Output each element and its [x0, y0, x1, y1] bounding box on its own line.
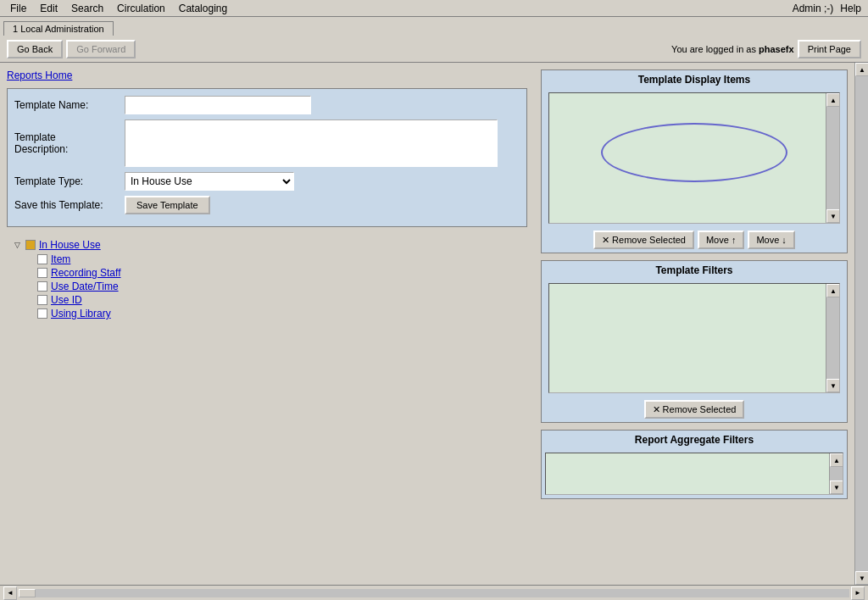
- scroll-track-aggregate: [830, 467, 843, 481]
- display-items-title: Template Display Items: [542, 70, 847, 89]
- folder-icon: [25, 240, 36, 250]
- filters-section: Template Filters ▲ ▼ ✕ Remove Selected: [541, 260, 848, 423]
- recording-staff-node-icon: [37, 268, 47, 278]
- tree-using-library-link[interactable]: Using Library: [51, 308, 111, 319]
- template-name-input[interactable]: [125, 96, 311, 114]
- go-forward-button[interactable]: Go Forward: [66, 40, 136, 58]
- local-admin-tab[interactable]: 1 Local Administration: [3, 21, 114, 36]
- tree-item-use-id[interactable]: Use ID: [10, 293, 524, 307]
- main-content: Reports Home Template Name: Template Des…: [0, 63, 868, 585]
- scroll-up-btn-aggregate[interactable]: ▲: [830, 453, 843, 467]
- tree-root-label[interactable]: In House Use: [39, 239, 101, 251]
- logged-in-text: You are logged in as: [671, 44, 756, 54]
- main-scrollbar: ▲ ▼: [854, 63, 868, 585]
- go-back-button[interactable]: Go Back: [7, 40, 63, 58]
- hscroll-track: [19, 589, 849, 597]
- menu-search[interactable]: Search: [64, 1, 110, 16]
- display-items-list[interactable]: ▲ ▼: [548, 92, 840, 224]
- remove-selected-filters-button[interactable]: ✕ Remove Selected: [644, 400, 745, 419]
- left-panel: Reports Home Template Name: Template Des…: [0, 63, 534, 585]
- tree-item-link[interactable]: Item: [51, 253, 70, 265]
- display-oval: [601, 123, 787, 182]
- main-scroll-up-btn[interactable]: ▲: [855, 63, 868, 76]
- remove-selected-display-button[interactable]: ✕ Remove Selected: [593, 231, 694, 249]
- template-description-input[interactable]: [125, 119, 498, 167]
- reports-home-link[interactable]: Reports Home: [7, 69, 72, 81]
- main-scroll-track: [855, 76, 868, 571]
- scroll-up-btn-filters[interactable]: ▲: [826, 284, 840, 297]
- help-label[interactable]: Help: [840, 3, 861, 14]
- display-items-buttons: ✕ Remove Selected Move ↑ Move ↓: [542, 227, 847, 253]
- using-library-node-icon: [37, 308, 47, 319]
- admin-label: Admin ;-): [793, 3, 834, 14]
- menu-cataloging[interactable]: Cataloging: [172, 1, 234, 16]
- use-id-node-icon: [37, 295, 47, 305]
- tree-item-item[interactable]: Item: [10, 253, 524, 266]
- menubar: File Edit Search Circulation Cataloging …: [0, 0, 868, 17]
- aggregate-title: Report Aggregate Filters: [542, 431, 847, 449]
- scroll-down-btn-display[interactable]: ▼: [826, 209, 840, 223]
- scroll-down-btn-filters[interactable]: ▼: [826, 379, 840, 392]
- tree-item-using-library[interactable]: Using Library: [10, 307, 524, 320]
- scroll-track-filters: [826, 297, 839, 379]
- tabbar: 1 Local Administration: [0, 17, 868, 36]
- folder-open-icon: [10, 238, 24, 252]
- template-name-row: Template Name:: [14, 96, 520, 114]
- tree-item-recording-staff[interactable]: Recording Staff: [10, 266, 524, 280]
- display-items-section: Template Display Items ▲ ▼ ✕ Remove Sele…: [541, 69, 848, 253]
- move-up-button[interactable]: Move ↑: [698, 231, 744, 249]
- save-label: Save this Template:: [14, 199, 125, 211]
- template-description-label: Template Description:: [14, 131, 125, 155]
- save-row: Save this Template: Save Template: [14, 196, 520, 214]
- scroll-down-btn-aggregate[interactable]: ▼: [830, 481, 843, 494]
- template-type-row: Template Type: In House Use Circulation …: [14, 172, 520, 191]
- filters-list[interactable]: ▲ ▼: [548, 283, 840, 393]
- hscroll-left-btn[interactable]: ◄: [3, 586, 17, 600]
- tree-recording-staff-link[interactable]: Recording Staff: [51, 267, 121, 279]
- item-node-icon: [37, 254, 47, 264]
- template-type-select[interactable]: In House Use Circulation Cataloging: [125, 172, 294, 191]
- scroll-up-btn-display[interactable]: ▲: [826, 93, 840, 107]
- tree-use-datetime-link[interactable]: Use Date/Time: [51, 281, 119, 292]
- breadcrumb: Reports Home: [7, 69, 527, 81]
- hscroll-thumb[interactable]: [19, 589, 36, 597]
- form-container: Template Name: Template Description: Tem…: [7, 88, 527, 227]
- tree-root[interactable]: In House Use: [10, 237, 524, 253]
- statusbar: ◄ ►: [0, 585, 868, 600]
- tree-container: In House Use Item Recording Staff Use Da…: [7, 234, 527, 324]
- aggregate-list[interactable]: ▲ ▼: [545, 453, 843, 495]
- menu-circulation[interactable]: Circulation: [110, 1, 172, 16]
- main-scroll-down-btn[interactable]: ▼: [855, 571, 868, 585]
- login-status: You are logged in as phasefx: [671, 44, 794, 54]
- username: phasefx: [759, 44, 794, 54]
- right-panel: Template Display Items ▲ ▼ ✕ Remove Sele…: [534, 63, 854, 585]
- print-page-button[interactable]: Print Page: [798, 40, 861, 58]
- aggregate-section: Report Aggregate Filters ▲ ▼: [541, 430, 848, 499]
- scroll-track-display: [826, 107, 839, 209]
- filters-buttons: ✕ Remove Selected: [542, 397, 847, 422]
- toolbar: Go Back Go Forward You are logged in as …: [0, 36, 868, 63]
- menu-file[interactable]: File: [3, 1, 33, 16]
- template-type-label: Template Type:: [14, 175, 125, 187]
- move-down-button[interactable]: Move ↓: [748, 231, 794, 249]
- hscroll-right-btn[interactable]: ►: [851, 586, 865, 600]
- template-name-label: Template Name:: [14, 99, 125, 111]
- tree-use-id-link[interactable]: Use ID: [51, 294, 82, 306]
- tree-item-use-datetime[interactable]: Use Date/Time: [10, 280, 524, 293]
- filters-title: Template Filters: [542, 261, 847, 280]
- template-description-row: Template Description:: [14, 119, 520, 167]
- use-datetime-node-icon: [37, 281, 47, 292]
- save-template-button[interactable]: Save Template: [125, 196, 210, 214]
- menu-edit[interactable]: Edit: [33, 1, 64, 16]
